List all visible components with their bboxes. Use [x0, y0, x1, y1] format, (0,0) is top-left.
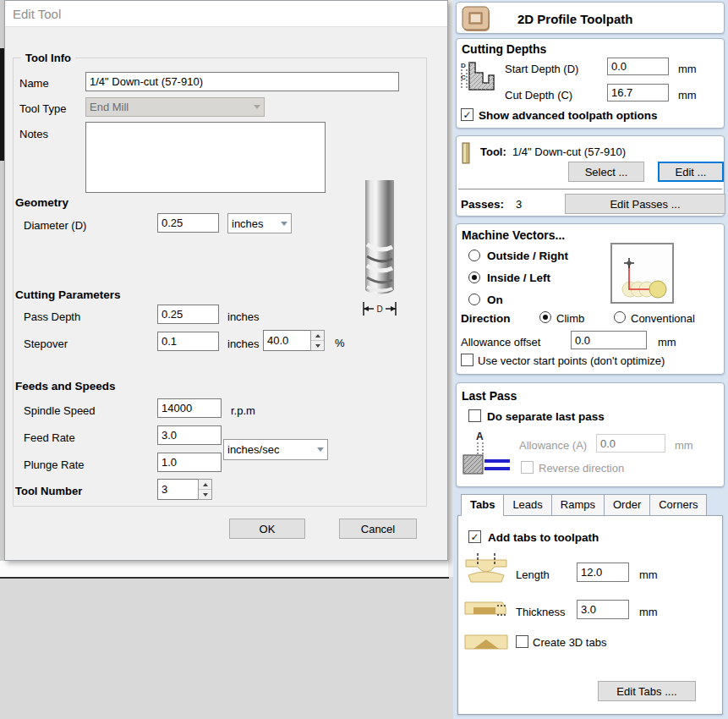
inside-left-label: Inside / Left	[487, 272, 550, 284]
arrow-down-icon	[315, 344, 320, 348]
tab-corners[interactable]: Corners	[649, 494, 707, 516]
arrow-up-icon	[203, 483, 208, 486]
create-3d-tabs-checkbox[interactable]	[516, 635, 528, 648]
feed-rate-input[interactable]	[157, 425, 222, 445]
name-label: Name	[19, 77, 49, 90]
last-pass-allowance-input	[596, 434, 665, 453]
climb-radio[interactable]	[539, 311, 551, 323]
radio-dot-icon	[543, 315, 548, 320]
on-radio[interactable]	[468, 294, 480, 305]
spin-up-button[interactable]	[311, 331, 324, 340]
edit-passes-button[interactable]: Edit Passes ...	[565, 194, 725, 214]
tab-length-input[interactable]	[577, 563, 629, 582]
tool-name-value: 1/4" Down-cut (57-910)	[512, 145, 626, 158]
tab-length-icon	[463, 553, 509, 592]
spin-down-button[interactable]	[199, 489, 211, 499]
tab-tabs[interactable]: Tabs	[461, 494, 503, 516]
percent-sign: %	[335, 337, 345, 349]
edit-tool-button[interactable]: Edit ...	[658, 162, 724, 182]
pass-depth-input[interactable]	[157, 305, 219, 324]
rate-units-dropdown[interactable]: inches/sec	[223, 439, 328, 460]
tab-order[interactable]: Order	[604, 494, 649, 516]
notes-label: Notes	[19, 128, 48, 140]
last-pass-heading: Last Pass	[462, 389, 517, 403]
edit-tabs-button[interactable]: Edit Tabs ....	[598, 681, 696, 701]
cut-depth-label: Cut Depth (C)	[505, 89, 572, 102]
tab-length-label: Length	[516, 568, 550, 581]
dialog-titlebar[interactable]: Edit Tool	[5, 1, 447, 27]
outside-right-label: Outside / Right	[487, 250, 568, 262]
rate-units-value: inches/sec	[227, 443, 279, 456]
tool-number-input[interactable]	[157, 479, 198, 500]
plunge-rate-input[interactable]	[157, 453, 222, 472]
svg-text:D: D	[461, 62, 466, 69]
check-icon: ✓	[470, 532, 479, 542]
arrow-up-icon	[315, 334, 320, 338]
tab-length-units: mm	[639, 568, 658, 581]
reverse-direction-checkbox	[521, 461, 534, 474]
workspace-background	[0, 579, 449, 719]
tab-thickness-input[interactable]	[577, 600, 629, 619]
spindle-speed-label: Spindle Speed	[24, 404, 96, 417]
tab-ramps[interactable]: Ramps	[551, 494, 604, 516]
cancel-button[interactable]: Cancel	[339, 519, 417, 539]
spin-up-button[interactable]	[199, 480, 211, 489]
spin-down-button[interactable]	[311, 340, 324, 350]
outside-right-radio[interactable]	[468, 250, 480, 261]
separate-last-pass-checkbox[interactable]	[468, 409, 481, 422]
divider	[458, 189, 722, 189]
vector-start-points-checkbox[interactable]	[461, 354, 473, 366]
stepover-units: inches	[227, 338, 260, 350]
tool-type-label: Tool Type	[19, 102, 66, 115]
feed-rate-label: Feed Rate	[24, 431, 75, 444]
options-tabstrip: Tabs Leads Ramps Order Corners	[461, 494, 707, 516]
add-tabs-label: Add tabs to toolpath	[488, 531, 599, 544]
tabs-content-box: ✓ Add tabs to toolpath Length mm Thickne…	[457, 515, 723, 715]
tool-number-spinner	[157, 479, 212, 500]
last-pass-allowance-label: Allowance (A)	[519, 439, 587, 452]
select-tool-button[interactable]: Select ...	[568, 162, 644, 182]
last-pass-allowance-units: mm	[675, 439, 693, 452]
cutting-parameters-heading: Cutting Parameters	[15, 288, 121, 301]
background-lower-strip	[0, 561, 449, 577]
machine-vectors-heading: Machine Vectors...	[462, 228, 565, 242]
show-advanced-checkbox[interactable]: ✓	[461, 108, 473, 121]
spindle-speed-input[interactable]	[157, 398, 222, 418]
climb-label: Climb	[556, 312, 584, 325]
radio-dot-icon	[472, 275, 477, 280]
machine-vectors-diagram	[610, 243, 675, 309]
inside-left-radio[interactable]	[468, 272, 480, 283]
create-3d-tabs-label: Create 3D tabs	[533, 636, 606, 649]
tab-thickness-label: Thickness	[516, 606, 566, 618]
stepover-input[interactable]	[157, 332, 219, 351]
tool-info-group-label: Tool Info	[21, 52, 75, 64]
start-depth-input[interactable]	[607, 58, 669, 75]
ok-button[interactable]: OK	[229, 519, 305, 539]
conventional-radio[interactable]	[614, 311, 626, 323]
tool-box: Tool: 1/4" Down-cut (57-910) Select ... …	[456, 135, 725, 217]
reverse-direction-label: Reverse direction	[539, 462, 624, 475]
passes-label: Passes:	[461, 198, 504, 211]
dialog-title: Edit Tool	[13, 7, 61, 21]
tab-leads[interactable]: Leads	[503, 494, 550, 516]
name-input[interactable]	[85, 72, 399, 91]
create-3d-tabs-icon	[463, 633, 509, 655]
allowance-offset-input[interactable]	[571, 331, 647, 349]
tab-thickness-units: mm	[639, 606, 658, 618]
diameter-label: Diameter (D)	[24, 219, 86, 232]
last-pass-box: Last Pass Do separate last pass A Allowa…	[456, 382, 725, 487]
diameter-dim-letter: D	[376, 305, 382, 314]
tool-number-label: Tool Number	[15, 485, 82, 497]
pass-depth-units: inches	[227, 310, 260, 323]
pass-depth-label: Pass Depth	[24, 310, 80, 323]
cut-depth-units: mm	[678, 89, 697, 102]
start-depth-label: Start Depth (D)	[505, 63, 578, 75]
notes-textarea[interactable]	[85, 122, 326, 193]
stepover-percent-input[interactable]	[263, 330, 310, 351]
diameter-input[interactable]	[157, 213, 219, 233]
cut-depth-input[interactable]	[607, 84, 669, 102]
stepover-label: Stepover	[24, 338, 68, 350]
diameter-units-dropdown[interactable]: inches	[227, 213, 292, 233]
stepover-percent-spinner	[263, 330, 325, 351]
add-tabs-checkbox[interactable]: ✓	[468, 530, 481, 543]
